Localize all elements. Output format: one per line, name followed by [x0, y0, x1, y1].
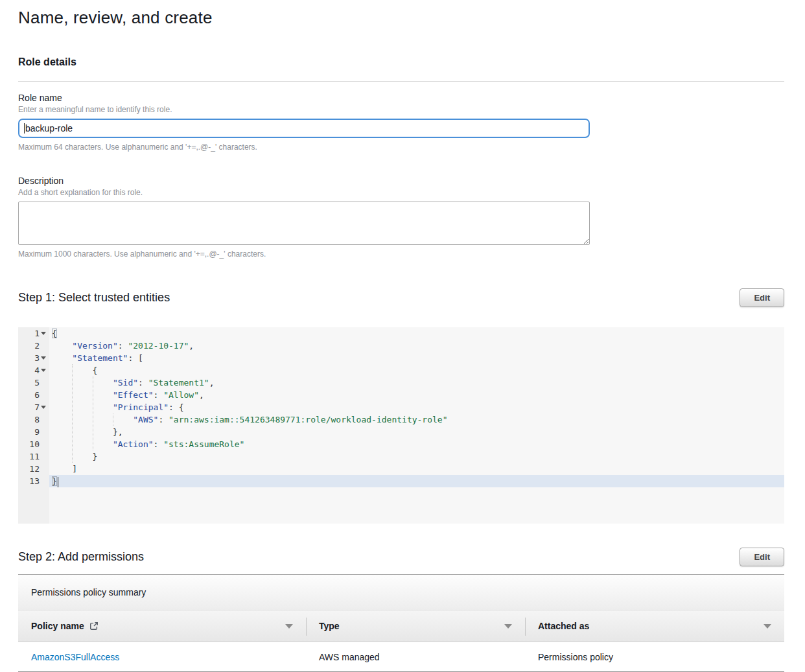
line-number: 12 [18, 463, 49, 475]
code-line-row[interactable]: 1{ [18, 327, 784, 340]
line-number: 10 [18, 438, 49, 450]
column-header-type[interactable]: Type [306, 610, 525, 642]
code-line-row[interactable]: 12 ] [18, 463, 784, 475]
code-line-row[interactable]: 5 "Sid": "Statement1", [18, 377, 784, 389]
code-line: } [49, 475, 784, 487]
role-details-heading: Role details [18, 56, 784, 68]
policy-name-link[interactable]: AmazonS3FullAccess [31, 652, 119, 662]
fold-toggle-icon[interactable] [41, 332, 46, 335]
code-line: "Sid": "Statement1", [49, 377, 784, 389]
line-number: 7 [18, 401, 49, 413]
code-line: "Principal": { [49, 401, 784, 413]
code-line-row[interactable]: 8 "AWS": "arn:aws:iam::541263489771:role… [18, 413, 784, 426]
attached-as-column-label: Attached as [538, 621, 589, 631]
editor-caret [58, 477, 58, 487]
line-number: 8 [18, 413, 49, 426]
policy-name-column-label: Policy name [31, 621, 84, 631]
code-line: { [49, 327, 784, 340]
permissions-summary-caption: Permissions policy summary [18, 575, 784, 610]
fold-toggle-icon[interactable] [41, 356, 46, 360]
description-textarea[interactable] [18, 202, 590, 245]
code-line: "Statement": [ [49, 352, 784, 364]
type-column-label: Type [319, 621, 340, 631]
code-line-row[interactable]: 2 "Version": "2012-10-17", [18, 340, 784, 352]
line-number: 9 [18, 426, 49, 438]
step2-edit-button[interactable]: Edit [740, 548, 784, 566]
code-line-row[interactable]: 7 "Principal": { [18, 401, 784, 413]
code-line: ] [49, 463, 784, 475]
line-number: 1 [18, 327, 49, 340]
permissions-table-header: Policy name Type Attached as [18, 610, 784, 642]
step1-edit-button[interactable]: Edit [740, 288, 784, 307]
code-line-row[interactable]: 13} [18, 475, 784, 487]
line-number: 11 [18, 450, 49, 463]
line-number: 3 [18, 352, 49, 364]
role-name-label: Role name [18, 93, 784, 103]
role-name-input-wrap [18, 119, 590, 138]
type-cell: AWS managed [306, 642, 525, 671]
code-line-row[interactable]: 6 "Effect": "Allow", [18, 389, 784, 401]
code-line-row[interactable]: 4 { [18, 364, 784, 377]
line-number: 5 [18, 377, 49, 389]
sort-icon[interactable] [285, 624, 293, 629]
page-title: Name, review, and create [18, 8, 784, 28]
fold-toggle-icon[interactable] [41, 406, 46, 409]
sort-icon[interactable] [764, 624, 771, 629]
line-number: 4 [18, 364, 49, 377]
step2-heading: Step 2: Add permissions [18, 550, 144, 564]
line-number: 6 [18, 389, 49, 401]
code-line: "Effect": "Allow", [49, 389, 784, 401]
code-line-row[interactable]: 9 }, [18, 426, 784, 438]
code-line-row[interactable]: 10 "Action": "sts:AssumeRole" [18, 438, 784, 450]
line-number: 13 [18, 475, 49, 487]
description-constraint: Maximum 1000 characters. Use alphanumeri… [18, 249, 784, 259]
code-line: }, [49, 426, 784, 438]
code-line: { [49, 364, 784, 377]
text-caret [24, 123, 25, 133]
role-details-divider [18, 81, 784, 82]
external-link-icon [89, 621, 99, 631]
description-label: Description [18, 176, 784, 186]
role-name-input[interactable] [18, 119, 590, 138]
policy-name-cell: AmazonS3FullAccess [18, 642, 306, 671]
fold-toggle-icon[interactable] [41, 369, 46, 372]
code-line-row[interactable]: 3 "Statement": [ [18, 352, 784, 364]
column-header-policy-name[interactable]: Policy name [18, 610, 306, 642]
code-line: } [49, 450, 784, 463]
step1-heading: Step 1: Select trusted entities [18, 291, 170, 305]
code-line: "Version": "2012-10-17", [49, 340, 784, 352]
role-name-constraint: Maximum 64 characters. Use alphanumeric … [18, 143, 784, 152]
table-row: AmazonS3FullAccessAWS managedPermissions… [18, 642, 784, 672]
column-header-attached-as[interactable]: Attached as [525, 610, 784, 642]
line-number: 2 [18, 340, 49, 352]
code-line: "AWS": "arn:aws:iam::541263489771:role/w… [49, 413, 784, 426]
sort-icon[interactable] [504, 624, 512, 629]
role-name-hint: Enter a meaningful name to identify this… [18, 105, 784, 114]
permissions-table-body: AmazonS3FullAccessAWS managedPermissions… [18, 642, 784, 672]
code-line-row[interactable]: 11 } [18, 450, 784, 463]
code-line: "Action": "sts:AssumeRole" [49, 438, 784, 450]
trust-policy-editor[interactable]: 1{2 "Version": "2012-10-17",3 "Statement… [18, 327, 784, 524]
attached-as-cell: Permissions policy [525, 642, 784, 671]
permissions-summary-panel: Permissions policy summary Policy name T… [18, 574, 784, 672]
description-hint: Add a short explanation for this role. [18, 188, 784, 197]
review-and-create-page: Name, review, and create Role details Ro… [0, 0, 805, 672]
